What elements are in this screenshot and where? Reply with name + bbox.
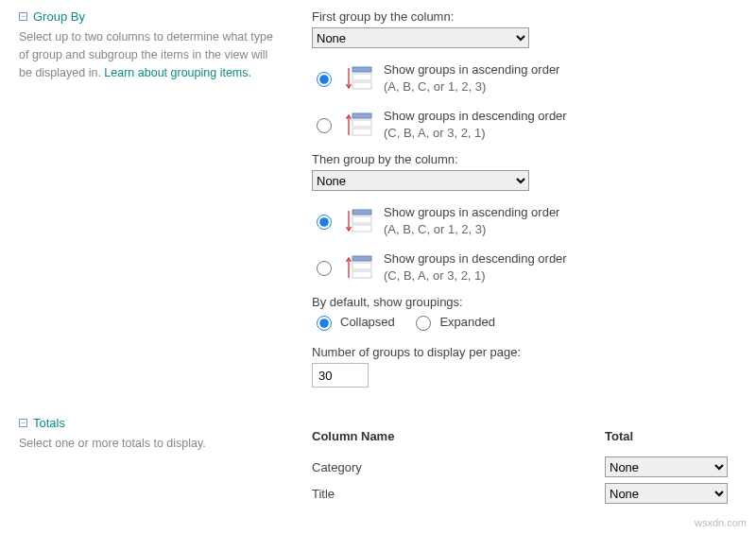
ascending-icon — [346, 209, 372, 233]
then-ascending-label: Show groups in ascending order (A, B, C,… — [384, 204, 559, 237]
svg-rect-14 — [352, 271, 371, 278]
svg-rect-12 — [352, 256, 371, 261]
default-groupings-label: By default, show groupings: — [312, 295, 737, 309]
total-header: Total — [605, 429, 737, 443]
svg-rect-10 — [352, 225, 371, 232]
then-descending-radio[interactable] — [317, 261, 332, 276]
expanded-radio[interactable] — [416, 316, 431, 331]
svg-rect-2 — [352, 82, 371, 89]
section-title-totals: Totals — [33, 416, 65, 430]
total-column-name: Category — [312, 460, 605, 474]
perpage-label: Number of groups to display per page: — [312, 345, 737, 359]
then-ascending-radio[interactable] — [317, 215, 332, 230]
collapse-icon[interactable]: − — [19, 419, 27, 427]
then-group-select[interactable]: None — [312, 170, 529, 191]
then-group-label: Then group by the column: — [312, 152, 737, 166]
ascending-icon — [346, 66, 372, 91]
perpage-input[interactable] — [312, 363, 369, 388]
svg-rect-1 — [352, 74, 371, 80]
first-group-label: First group by the column: — [312, 9, 737, 24]
descending-icon — [346, 255, 372, 280]
svg-rect-5 — [352, 120, 371, 127]
first-ascending-radio[interactable] — [317, 72, 332, 87]
first-group-select[interactable]: None — [312, 27, 529, 48]
then-descending-label: Show groups in descending order (C, B, A… — [384, 250, 567, 284]
total-column-name: Title — [312, 487, 605, 501]
section-title-groupby: Group By — [33, 9, 85, 24]
svg-rect-9 — [352, 216, 371, 223]
total-select-category[interactable]: None — [605, 456, 728, 477]
table-row: Title None — [312, 483, 737, 504]
svg-rect-6 — [352, 129, 371, 135]
totals-description: Select one or more totals to display. — [19, 435, 274, 453]
svg-rect-8 — [352, 210, 371, 215]
column-name-header: Column Name — [312, 429, 605, 443]
descending-icon — [346, 112, 372, 137]
expanded-label: Expanded — [439, 315, 495, 329]
first-descending-radio[interactable] — [317, 118, 332, 133]
svg-rect-13 — [352, 263, 371, 269]
table-row: Category None — [312, 456, 737, 477]
svg-rect-4 — [352, 113, 371, 118]
first-ascending-label: Show groups in ascending order (A, B, C,… — [384, 61, 559, 95]
collapsed-radio[interactable] — [317, 316, 332, 331]
total-select-title[interactable]: None — [605, 483, 728, 504]
svg-rect-0 — [352, 67, 371, 72]
learn-grouping-link[interactable]: Learn about grouping items. — [104, 66, 251, 79]
collapse-icon[interactable]: − — [19, 12, 27, 21]
watermark: wsxdn.com — [695, 517, 747, 528]
collapsed-label: Collapsed — [340, 315, 395, 329]
first-descending-label: Show groups in descending order (C, B, A… — [384, 108, 567, 141]
groupby-description: Select up to two columns to determine wh… — [19, 28, 274, 81]
